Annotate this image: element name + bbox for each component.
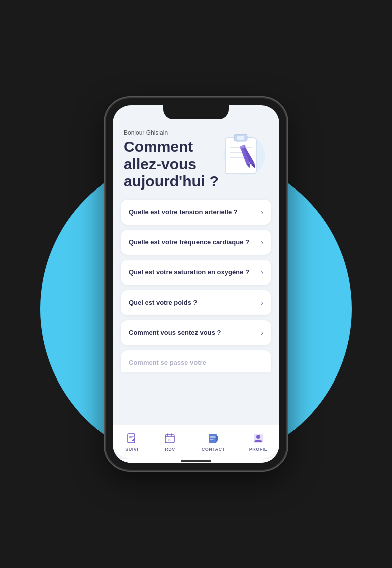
clipboard-illustration (215, 125, 270, 180)
chevron-icon-3: › (261, 268, 263, 276)
scene: Bonjour Ghislain Comment allez-vous aujo… (0, 0, 392, 568)
chevron-icon-5: › (261, 329, 263, 337)
rdv-label: RDV (165, 447, 175, 452)
question-card-2[interactable]: Quelle est votre fréquence cardiaque ? › (121, 230, 271, 255)
svg-rect-21 (209, 434, 217, 443)
question-text-4: Quel est votre poids ? (129, 298, 256, 307)
profil-label: PROFIL (249, 447, 267, 452)
nav-item-profil[interactable]: PROFIL (245, 429, 271, 454)
questions-list: Quelle est votre tension arterielle ? › … (113, 197, 279, 425)
profil-icon (251, 431, 265, 445)
home-indicator (113, 459, 279, 463)
nav-item-suivi[interactable]: SUIVI (121, 429, 143, 454)
contact-icon (206, 431, 220, 445)
svg-rect-3 (237, 136, 244, 140)
phone-screen: Bonjour Ghislain Comment allez-vous aujo… (113, 105, 279, 463)
bottom-nav: SUIVI 3 RDV (113, 425, 279, 459)
question-text-5: Comment vous sentez vous ? (129, 328, 256, 337)
chevron-icon-2: › (261, 238, 263, 246)
rdv-icon: 3 (163, 431, 177, 445)
suivi-label: SUIVI (125, 447, 138, 452)
home-bar (181, 460, 211, 462)
chevron-icon-4: › (261, 299, 263, 307)
contact-label: CONTACT (202, 447, 225, 452)
question-text-3: Quel est votre saturation en oxygène ? (129, 268, 256, 277)
question-card-1[interactable]: Quelle est votre tension arterielle ? › (121, 200, 271, 225)
suivi-icon (125, 431, 139, 445)
question-card-3[interactable]: Quel est votre saturation en oxygène ? › (121, 260, 271, 285)
chevron-icon-1: › (261, 208, 263, 216)
header: Bonjour Ghislain Comment allez-vous aujo… (113, 119, 279, 197)
question-card-4[interactable]: Quel est votre poids ? › (121, 290, 271, 315)
nav-item-rdv[interactable]: 3 RDV (159, 429, 181, 454)
notch (163, 105, 229, 119)
question-card-5[interactable]: Comment vous sentez vous ? › (121, 320, 271, 345)
svg-rect-1 (225, 138, 256, 174)
svg-point-27 (256, 435, 260, 439)
question-text-1: Quelle est votre tension arterielle ? (129, 208, 256, 217)
question-text-2: Quelle est votre fréquence cardiaque ? (129, 238, 256, 247)
nav-item-contact[interactable]: CONTACT (198, 429, 229, 454)
main-title: Comment allez-vous aujourd'hui ? (124, 138, 224, 191)
svg-text:3: 3 (168, 438, 171, 442)
question-text-6-partial: Comment se passe votre (129, 358, 263, 367)
phone-frame: Bonjour Ghislain Comment allez-vous aujo… (106, 98, 286, 470)
screen-content: Bonjour Ghislain Comment allez-vous aujo… (113, 105, 279, 463)
svg-rect-13 (128, 434, 135, 443)
question-card-6-partial: Comment se passe votre (121, 350, 271, 371)
svg-rect-25 (216, 436, 218, 441)
